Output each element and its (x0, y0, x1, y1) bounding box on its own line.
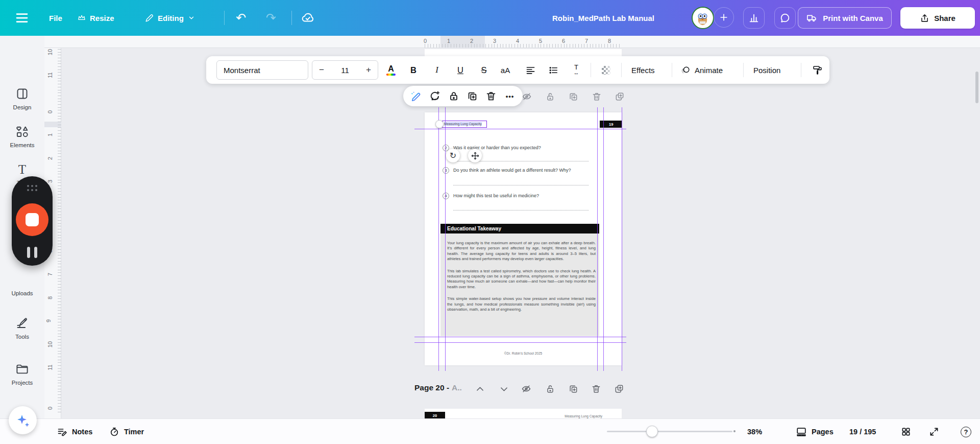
undo-button[interactable]: ↶ (236, 0, 246, 36)
list-button[interactable] (543, 61, 564, 79)
timer-button[interactable]: Timer (109, 419, 144, 444)
canvas-scrollbar[interactable] (975, 72, 978, 103)
pages-view-button[interactable]: Pages (796, 419, 834, 444)
text-align-button[interactable] (520, 61, 541, 79)
zoom-percent: 38% (747, 428, 762, 436)
redo-button[interactable]: ↷ (266, 0, 276, 36)
text-color-button[interactable]: A (381, 61, 401, 79)
sidebar-item-uploads[interactable]: Uploads (0, 276, 44, 296)
pages-icon (796, 426, 807, 437)
add-page-icon[interactable] (615, 91, 625, 102)
delete-page-icon[interactable] (592, 91, 602, 102)
guide-line[interactable] (597, 107, 598, 371)
unlock-page-icon[interactable] (545, 384, 555, 394)
zoom-slider-track[interactable] (607, 431, 732, 432)
save-status-button[interactable] (301, 0, 314, 36)
sidebar-item-projects[interactable]: Projects (0, 362, 44, 386)
font-size-value[interactable]: 11 (341, 66, 349, 75)
zoom-slider-end-dot (733, 430, 736, 432)
sidebar-item-tools[interactable]: Tools (0, 316, 44, 340)
horizontal-ruler[interactable]: 0 1 2 3 4 5 6 7 8 (44, 36, 980, 48)
h-ruler-number: 7 (585, 38, 588, 44)
copy-style-button[interactable] (807, 61, 827, 79)
comment-add-button[interactable] (429, 90, 441, 102)
hide-page-icon[interactable] (522, 91, 532, 102)
share-button[interactable]: Share (900, 7, 975, 29)
italic-button[interactable]: I (427, 61, 447, 79)
question-text[interactable]: How might this test be useful in medicin… (453, 193, 539, 198)
guide-line[interactable] (603, 107, 604, 371)
add-member-button[interactable] (714, 7, 734, 28)
crown-icon (78, 14, 86, 22)
hide-page-icon[interactable] (521, 384, 531, 394)
main-menu-button[interactable] (14, 0, 30, 36)
pause-recording-button[interactable] (27, 247, 37, 258)
text-selection-box[interactable] (442, 121, 487, 128)
guide-line[interactable] (438, 107, 439, 371)
page-20-divider-label[interactable]: Page 20 -A.. (414, 383, 462, 392)
zoom-slider-thumb[interactable] (646, 426, 658, 437)
takeaway-title-bar[interactable]: Educational Takeaway (440, 224, 599, 233)
font-size-decrease-button[interactable]: − (319, 65, 324, 75)
duplicate-button[interactable] (466, 90, 478, 102)
page-footer: ©Dr. Robin's School 2025 (425, 352, 622, 355)
file-menu-button[interactable]: File (49, 0, 62, 36)
page-20-top[interactable]: 20 Measuring Lung Capacity (425, 409, 622, 418)
avatar[interactable] (692, 7, 714, 29)
transparency-button[interactable] (596, 61, 616, 79)
takeaway-box[interactable]: Your lung capacity is the maximum amount… (440, 233, 599, 336)
underline-button[interactable]: U (450, 61, 471, 79)
insights-button[interactable] (743, 7, 765, 29)
lock-button[interactable] (448, 90, 460, 102)
help-button[interactable]: ? (961, 419, 971, 444)
letter-spacing-button[interactable]: T ↔ (566, 61, 586, 79)
v-ruler-number: 3 (47, 180, 53, 183)
position-button[interactable]: Position (753, 61, 780, 79)
delete-page-icon[interactable] (591, 384, 601, 394)
fullscreen-button[interactable] (929, 419, 939, 444)
add-page-icon[interactable] (614, 384, 624, 394)
bold-button[interactable]: B (403, 61, 424, 79)
magic-edit-button[interactable] (410, 90, 422, 102)
font-size-increase-button[interactable]: + (366, 65, 371, 75)
text-case-button[interactable]: aA (495, 61, 516, 79)
print-with-canva-button[interactable]: Print with Canva (798, 7, 892, 29)
drag-handle-icon[interactable] (27, 185, 37, 191)
duplicate-page-icon[interactable] (568, 91, 578, 102)
page-20-divider-title: Page 20 - (414, 383, 449, 392)
guide-line[interactable] (414, 337, 626, 337)
v-ruler-number: 7 (47, 273, 53, 276)
question-text[interactable]: Was it easier or harder than you expecte… (453, 145, 541, 150)
rotate-handle[interactable]: ↻ (446, 149, 460, 162)
delete-button[interactable] (485, 90, 497, 102)
resize-handle[interactable] (435, 120, 444, 128)
strikethrough-button[interactable]: S (474, 61, 494, 79)
folder-icon (0, 362, 44, 376)
timer-label: Timer (124, 428, 144, 436)
editing-mode-button[interactable]: Editing (145, 0, 195, 36)
font-family-select[interactable]: Montserrat (216, 60, 308, 80)
comments-button[interactable] (774, 7, 796, 29)
sidebar-item-elements[interactable]: Elements (0, 125, 44, 148)
duplicate-page-icon[interactable] (568, 384, 578, 394)
sidebar-item-design[interactable]: Design (0, 87, 44, 110)
guide-line[interactable] (414, 342, 626, 343)
move-handle[interactable] (468, 149, 482, 162)
guide-line[interactable] (414, 129, 626, 129)
document-title[interactable]: Robin_MedPath Lab Manual (552, 0, 654, 36)
grid-view-button[interactable] (901, 419, 911, 444)
question-text[interactable]: Do you think an athlete would get a diff… (453, 168, 571, 173)
effects-button[interactable]: Effects (631, 61, 655, 79)
guide-line[interactable] (445, 107, 446, 371)
notes-button[interactable]: Notes (57, 419, 92, 444)
answer-line (453, 185, 589, 185)
canva-assistant-button[interactable] (9, 406, 37, 434)
unlock-page-icon[interactable] (545, 91, 555, 102)
move-page-up-icon[interactable] (475, 384, 485, 394)
resize-button[interactable]: Resize (78, 0, 114, 36)
stop-recording-button[interactable] (16, 203, 48, 236)
more-options-button[interactable]: ••• (504, 90, 516, 102)
animate-button[interactable]: Animate (681, 61, 723, 79)
guide-line[interactable] (622, 107, 622, 371)
move-page-down-icon[interactable] (499, 384, 509, 394)
